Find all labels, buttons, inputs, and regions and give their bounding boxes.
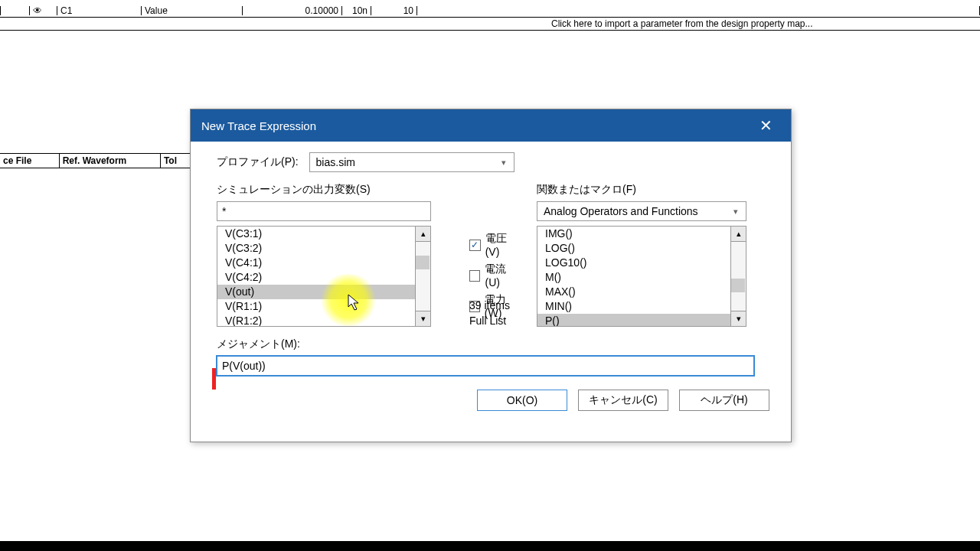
list-item[interactable]: V(R1:2): [217, 314, 415, 326]
list-item[interactable]: P(): [537, 314, 730, 326]
list-mode: Full List: [469, 315, 510, 327]
func-category-value: Analog Operators and Functions: [544, 205, 698, 217]
header-waveform: Ref. Waveform: [60, 154, 161, 168]
funcs-listbox[interactable]: IMG()LOG()LOG10()M()MAX()MIN()P() ▴ ▾: [537, 226, 746, 327]
bg-column-headers: ce File Ref. Waveform Tol: [0, 153, 190, 168]
cell-max: 10: [371, 6, 416, 15]
cell-min: 10n: [341, 6, 371, 15]
list-item[interactable]: V(R1:1): [217, 299, 415, 314]
ok-button[interactable]: OK(O): [477, 390, 567, 411]
chevron-down-icon: ▾: [497, 155, 511, 169]
checkbox-icon: ✓: [469, 240, 481, 251]
profile-label: プロファイル(P):: [217, 155, 299, 169]
scroll-down-icon[interactable]: ▾: [730, 311, 746, 326]
filter-input[interactable]: *: [217, 201, 431, 221]
list-item[interactable]: MIN(): [537, 299, 730, 314]
sim-vars-label: シミュレーションの出力変数(S): [217, 183, 520, 197]
check-current[interactable]: 電流(U): [469, 262, 520, 289]
import-hint-text: Click here to import a parameter from th…: [551, 18, 812, 29]
list-item[interactable]: LOG(): [537, 241, 730, 256]
dialog-titlebar: New Trace Expression ✕: [191, 109, 791, 142]
list-item[interactable]: V(C4:2): [217, 270, 415, 285]
list-item[interactable]: V(out): [217, 285, 415, 299]
checkbox-icon: [469, 270, 480, 282]
header-tol: Tol: [161, 154, 190, 168]
profile-combo[interactable]: bias.sim ▾: [309, 152, 514, 172]
list-item[interactable]: M(): [537, 270, 730, 285]
chevron-down-icon: ▾: [729, 204, 743, 218]
sim-vars-listbox[interactable]: V(C3:1)V(C3:2)V(C4:1)V(C4:2)V(out)V(R1:1…: [217, 226, 431, 327]
filter-value: *: [222, 205, 226, 217]
measure-label: メジャメント(M):: [217, 337, 769, 351]
measure-input[interactable]: P(V(out)): [217, 356, 754, 376]
check-current-label: 電流(U): [485, 262, 520, 289]
profile-value: bias.sim: [316, 156, 355, 168]
list-item[interactable]: V(C3:1): [217, 227, 415, 241]
funcs-label: 関数またはマクロ(F): [537, 183, 763, 197]
scroll-up-icon[interactable]: ▴: [730, 227, 746, 242]
list-item[interactable]: IMG(): [537, 227, 730, 241]
cell-name: C1: [57, 6, 141, 15]
cell-val: 0.10000: [242, 6, 341, 15]
scroll-down-icon[interactable]: ▾: [415, 311, 430, 326]
param-row: 👁 C1 Value 0.10000 10n 10: [0, 6, 980, 15]
header-file: ce File: [0, 154, 60, 168]
scroll-track[interactable]: [415, 242, 430, 311]
dialog-title: New Trace Expression: [201, 119, 316, 132]
scroll-track[interactable]: [730, 242, 746, 311]
scroll-up-icon[interactable]: ▴: [415, 227, 430, 242]
scroll-thumb[interactable]: [731, 279, 745, 292]
scroll-thumb[interactable]: [416, 256, 430, 269]
help-button[interactable]: ヘルプ(H): [679, 390, 769, 411]
func-category-combo[interactable]: Analog Operators and Functions ▾: [537, 201, 746, 221]
close-icon[interactable]: ✕: [752, 116, 780, 135]
check-voltage-label: 電圧(V): [485, 232, 520, 258]
cell-empty: [416, 6, 980, 15]
cell-eye: 👁: [29, 6, 57, 15]
list-item[interactable]: V(C3:2): [217, 241, 415, 256]
cancel-button[interactable]: キャンセル(C): [578, 390, 668, 411]
measure-value: P(V(out)): [222, 360, 266, 372]
item-count: 39 items: [469, 299, 510, 311]
cell-prop: Value: [141, 6, 242, 15]
check-voltage[interactable]: ✓ 電圧(V): [469, 232, 520, 258]
list-item[interactable]: MAX(): [537, 285, 730, 299]
bottom-bar: [0, 541, 980, 551]
list-item[interactable]: LOG10(): [537, 256, 730, 270]
new-trace-dialog: New Trace Expression ✕ プロファイル(P): bias.s…: [190, 109, 792, 442]
import-hint[interactable]: Click here to import a parameter from th…: [0, 17, 980, 31]
cell-icon: [0, 6, 29, 15]
highlight-marker: [212, 368, 216, 390]
list-item[interactable]: V(C4:1): [217, 256, 415, 270]
